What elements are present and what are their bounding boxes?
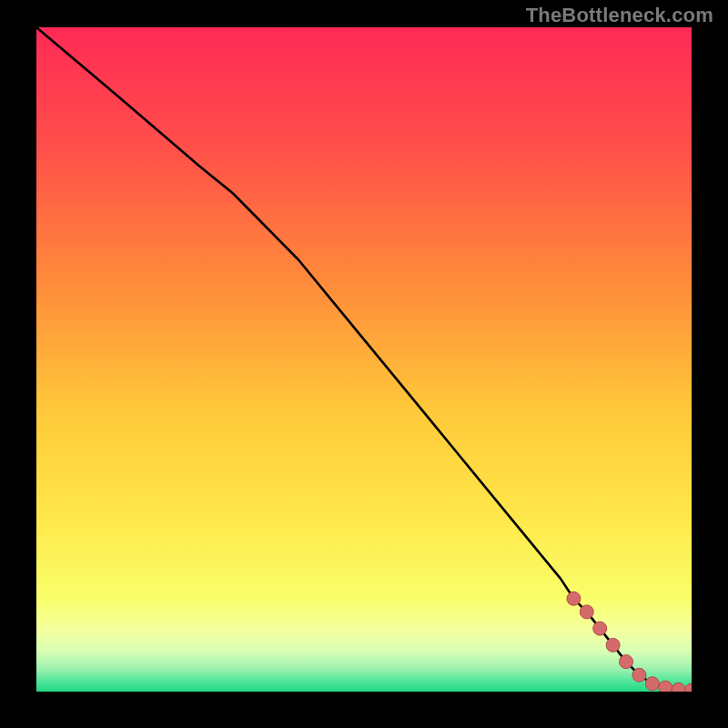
data-point bbox=[606, 638, 620, 652]
watermark-text: TheBottleneck.com bbox=[526, 4, 713, 27]
data-point bbox=[593, 622, 607, 635]
data-point bbox=[632, 668, 646, 682]
plot-area bbox=[36, 27, 692, 692]
data-point bbox=[659, 681, 672, 692]
chart-svg bbox=[36, 27, 692, 692]
gradient-background bbox=[36, 27, 692, 692]
data-point bbox=[567, 592, 581, 605]
data-point bbox=[645, 677, 659, 691]
chart-frame: TheBottleneck.com bbox=[0, 0, 728, 728]
data-point bbox=[620, 655, 633, 669]
data-point bbox=[580, 605, 593, 619]
